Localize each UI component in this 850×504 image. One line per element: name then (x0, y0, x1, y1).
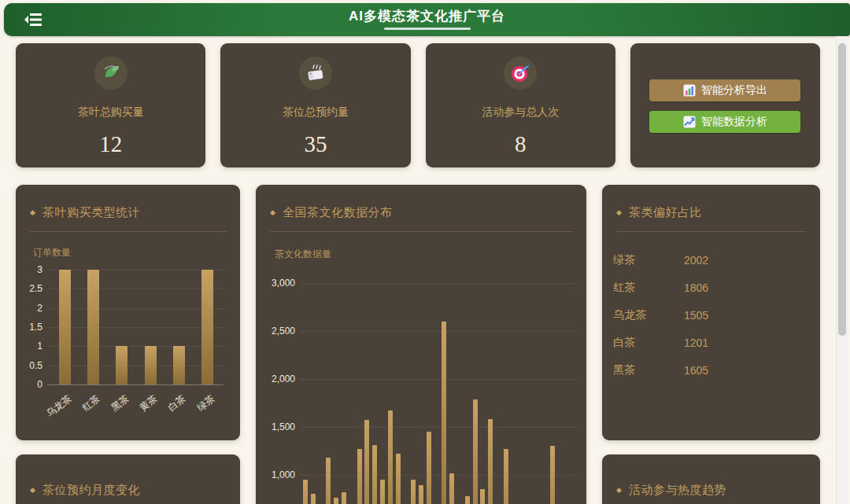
gridline (300, 427, 577, 428)
export-analysis-button[interactable]: 智能分析导出 (649, 79, 800, 101)
stat-value: 35 (304, 131, 327, 157)
y-tick: 1,000 (256, 469, 295, 480)
bar (473, 399, 478, 504)
panel-title: 茶位预约月度变化 (42, 483, 140, 498)
y-axis-label: 订单数量 (33, 246, 71, 259)
stat-label: 茶位总预约量 (283, 105, 349, 120)
panel-monthly-reservation: ◆ 茶位预约月度变化 (16, 454, 240, 504)
y-tick: 2,500 (256, 326, 295, 337)
diamond-icon: ◆ (30, 487, 35, 494)
y-tick: 2,000 (256, 373, 295, 384)
x-category-label: 黑茶 (90, 392, 131, 429)
divider (270, 231, 572, 232)
tea-type-label: 黑茶 (613, 363, 684, 377)
stat-value: 12 (99, 131, 122, 157)
bar (326, 458, 331, 504)
diamond-icon: ◆ (30, 209, 35, 216)
bar (201, 270, 213, 384)
bar (145, 346, 157, 384)
bar (419, 485, 423, 504)
x-axis-line (47, 384, 224, 385)
bar (488, 419, 493, 504)
panel-title: 茶叶购买类型统计 (42, 205, 140, 220)
y-tick: 1 (16, 340, 42, 351)
bar (504, 449, 508, 504)
menu-toggle-button[interactable] (23, 11, 43, 28)
list-item: 黑茶1605 (613, 356, 808, 384)
preference-list: 绿茶2002红茶1806乌龙茶1505白茶1201黑茶1605 (613, 246, 808, 384)
page-title: AI多模态茶文化推广平台 (349, 9, 505, 23)
left-column: ◆ 茶叶购买类型统计 订单数量00.511.522.53乌龙茶红茶黑茶黄茶白茶绿… (16, 185, 240, 504)
y-axis-label: 茶文化数据量 (275, 248, 331, 261)
bar (87, 270, 99, 384)
diamond-icon: ◆ (270, 209, 275, 216)
right-column: ◆ 茶类偏好占比 绿茶2002红茶1806乌龙茶1505白茶1201黑茶1605… (602, 185, 820, 504)
panel-title: 活动参与热度趋势 (629, 483, 726, 498)
x-category-label: 红茶 (61, 392, 103, 429)
list-item: 红茶1806 (613, 274, 808, 301)
tea-type-label: 绿茶 (613, 253, 684, 267)
bar (380, 480, 385, 504)
gridline (300, 379, 577, 380)
stat-card-activity-participants: 活动参与总人次 8 (426, 43, 615, 167)
bar (427, 432, 431, 504)
action-card: 智能分析导出 智能数据分析 (630, 43, 820, 167)
stat-label: 茶叶总购买量 (78, 105, 144, 120)
title-underline (384, 28, 471, 30)
bar (396, 454, 401, 504)
bar (116, 346, 128, 384)
y-tick: 1,500 (256, 421, 295, 432)
smart-data-analysis-button[interactable]: 智能数据分析 (649, 111, 800, 133)
divider (30, 231, 226, 232)
bar (442, 322, 446, 504)
bar (334, 498, 338, 504)
bar-chart-tea-purchase: 订单数量00.511.522.53乌龙茶红茶黑茶黄茶白茶绿茶 (16, 185, 240, 440)
button-label: 智能数据分析 (701, 115, 767, 129)
stat-card-tea-purchases: 茶叶总购买量 12 (16, 43, 205, 167)
dashboard: AI多模态茶文化推广平台 茶叶总购买量 12 (0, 0, 850, 504)
scrollbar-thumb[interactable] (838, 43, 846, 336)
x-category-label: 乌龙茶 (33, 392, 75, 429)
stat-value: 8 (515, 131, 527, 157)
menu-collapse-icon (24, 13, 42, 27)
leaf-icon (94, 57, 128, 90)
bar-chart-icon (683, 84, 696, 97)
app-header: AI多模态茶文化推广平台 (4, 3, 850, 36)
x-category-label: 白茶 (147, 392, 189, 429)
gridline (300, 283, 577, 284)
tea-type-value: 2002 (684, 254, 708, 267)
panel-activity-heat: ◆ 活动参与热度趋势 (602, 454, 820, 504)
bar (357, 449, 362, 504)
panel-title: 全国茶文化数据分布 (283, 205, 393, 220)
bar (388, 410, 393, 504)
y-tick: 2.5 (16, 283, 42, 294)
bar (411, 480, 416, 504)
list-item: 绿茶2002 (613, 246, 808, 274)
panel-tea-purchase-types: ◆ 茶叶购买类型统计 订单数量00.511.522.53乌龙茶红茶黑茶黄茶白茶绿… (16, 185, 240, 440)
bar (364, 420, 369, 504)
gridline (300, 331, 577, 332)
stat-label: 活动参与总人次 (482, 105, 559, 120)
y-tick: 0.5 (16, 360, 42, 371)
teacup-icon (299, 57, 332, 90)
y-tick: 3 (16, 264, 42, 275)
panel-tea-preference: ◆ 茶类偏好占比 绿茶2002红茶1806乌龙茶1505白茶1201黑茶1605 (602, 185, 820, 440)
list-item: 白茶1201 (613, 329, 808, 356)
panel-title: 茶类偏好占比 (629, 205, 702, 220)
scrollbar[interactable] (836, 36, 848, 504)
gridline (49, 346, 224, 347)
tea-type-value: 1806 (684, 281, 708, 294)
gridline (300, 475, 577, 476)
stats-row: 茶叶总购买量 12 茶位总预约量 35 (16, 43, 820, 167)
bar (465, 496, 470, 504)
tea-type-label: 红茶 (613, 281, 684, 295)
stat-card-seat-reservations: 茶位总预约量 35 (220, 43, 410, 167)
bar (449, 473, 454, 504)
list-item: 乌龙茶1505 (613, 301, 808, 329)
x-category-label: 绿茶 (176, 392, 217, 429)
gridline (49, 308, 224, 309)
bar (311, 494, 316, 504)
y-tick: 0 (16, 379, 42, 390)
bar (550, 446, 555, 504)
button-label: 智能分析导出 (701, 83, 767, 97)
